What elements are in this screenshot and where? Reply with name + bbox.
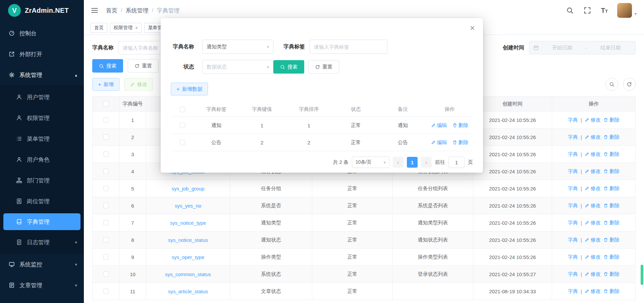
dict-data-link[interactable]: 字典	[568, 134, 578, 140]
dialog-reset-button[interactable]: 重置	[308, 60, 339, 74]
add-data-button[interactable]: + 新增数据	[171, 83, 208, 95]
edit-link[interactable]: 修改	[585, 117, 601, 123]
dict-data-link[interactable]: 字典	[568, 117, 578, 123]
edit-link[interactable]: 修改	[585, 220, 601, 226]
tab-permission[interactable]: 权限管理 ×	[110, 23, 142, 33]
next-page-button[interactable]: ›	[421, 157, 432, 168]
tab-home[interactable]: 首页	[91, 23, 107, 33]
sidebar-item-role[interactable]: 用户角色	[0, 149, 84, 170]
delete-link[interactable]: 删除	[603, 203, 620, 209]
sidebar-item-menu[interactable]: 菜单管理	[0, 128, 84, 149]
row-checkbox[interactable]	[103, 203, 109, 208]
dict-name-select[interactable]: 通知类型 ▾	[202, 40, 273, 54]
row-checkbox[interactable]	[103, 237, 109, 243]
row-checkbox[interactable]	[103, 289, 109, 294]
dict-data-link[interactable]: 字典	[568, 237, 578, 243]
avatar[interactable]	[617, 3, 632, 18]
fullscreen-icon[interactable]	[584, 7, 591, 14]
edit-link[interactable]: 修改	[585, 168, 601, 175]
delete-link[interactable]: 删除	[603, 254, 620, 260]
prev-page-button[interactable]: ‹	[393, 157, 404, 168]
delete-link[interactable]: 删除	[603, 168, 620, 175]
edit-button[interactable]: 修改	[124, 78, 153, 91]
edit-link[interactable]: 修改	[585, 151, 601, 158]
refresh-table-button[interactable]	[623, 78, 636, 91]
delete-link[interactable]: 删除	[603, 237, 620, 243]
delete-link[interactable]: 删除	[603, 271, 620, 277]
hamburger-icon[interactable]	[91, 6, 99, 14]
reset-button[interactable]: 重置	[128, 59, 159, 73]
delete-link[interactable]: 删除	[603, 134, 620, 140]
sidebar-item-post[interactable]: 岗位管理	[0, 191, 84, 212]
dict-data-link[interactable]: 字典	[568, 288, 578, 295]
goto-page-input[interactable]	[448, 157, 465, 168]
dict-data-link[interactable]: 字典	[568, 220, 578, 226]
sidebar-item-users[interactable]: 用户管理	[0, 87, 84, 107]
dict-name-link[interactable]: sys_notice_status	[168, 237, 208, 243]
sidebar-item-log[interactable]: 日志管理 ▾	[0, 232, 84, 253]
sidebar-item-dict[interactable]: 字典管理	[3, 213, 80, 230]
dict-label-input[interactable]	[310, 40, 387, 54]
edit-link[interactable]: 修改	[585, 271, 601, 277]
close-icon[interactable]: ×	[470, 24, 475, 32]
dict-name-link[interactable]: sys_notice_type	[170, 220, 206, 226]
search-button[interactable]: 搜索	[92, 59, 123, 73]
dict-data-link[interactable]: 字典	[568, 203, 578, 209]
delete-link[interactable]: 删除	[603, 185, 620, 192]
dict-data-link[interactable]: 字典	[568, 151, 578, 158]
edit-link[interactable]: 修改	[585, 203, 601, 209]
edit-link[interactable]: 编辑	[431, 122, 447, 129]
search-icon[interactable]	[566, 7, 574, 14]
row-checkbox[interactable]	[103, 152, 109, 157]
sidebar-item-article[interactable]: 文章管理 ▾	[0, 275, 84, 296]
sidebar-item-system[interactable]: 系统管理 ▴	[0, 64, 84, 85]
select-all-checkbox[interactable]	[103, 101, 109, 106]
select-all-checkbox[interactable]	[180, 107, 185, 112]
row-checkbox[interactable]	[103, 169, 109, 174]
delete-link[interactable]: 删除	[603, 151, 620, 158]
edit-link[interactable]: 修改	[585, 134, 601, 140]
edit-link[interactable]: 修改	[585, 288, 601, 295]
sidebar-item-external[interactable]: 外部打开	[0, 44, 84, 64]
dialog-search-button[interactable]: 搜索	[273, 60, 304, 74]
sidebar-item-monitor[interactable]: 系统监控 ▾	[0, 254, 84, 275]
date-range-picker[interactable]: 开始日期 - 结束日期	[529, 41, 636, 54]
dict-name-link[interactable]: sys_job_group	[172, 186, 205, 191]
dict-data-link[interactable]: 字典	[568, 168, 578, 175]
chevron-down-icon[interactable]: ▾	[635, 11, 637, 16]
delete-link[interactable]: 删除	[603, 117, 620, 123]
delete-link[interactable]: 删除	[603, 288, 620, 295]
toggle-search-button[interactable]	[605, 78, 618, 91]
delete-link[interactable]: 删除	[452, 139, 469, 146]
breadcrumb-home[interactable]: 首页	[106, 7, 117, 14]
page-number-button[interactable]: 1	[407, 157, 418, 168]
scrollbar-thumb[interactable]	[641, 265, 643, 285]
sidebar-item-permission[interactable]: 权限管理	[0, 107, 84, 128]
font-size-icon[interactable]: TT	[601, 7, 608, 14]
row-checkbox[interactable]	[103, 117, 109, 123]
dict-name-link[interactable]: sys_yes_no	[175, 203, 201, 209]
close-icon[interactable]: ×	[135, 25, 138, 31]
row-checkbox[interactable]	[103, 254, 109, 260]
row-checkbox[interactable]	[103, 220, 109, 225]
dict-data-link[interactable]: 字典	[568, 271, 578, 277]
dict-data-link[interactable]: 字典	[568, 185, 578, 192]
dict-data-link[interactable]: 字典	[568, 254, 578, 260]
row-checkbox[interactable]	[180, 140, 185, 145]
edit-link[interactable]: 修改	[585, 185, 601, 192]
dict-name-link[interactable]: sys_article_status	[168, 289, 208, 294]
delete-link[interactable]: 删除	[603, 220, 620, 226]
dict-name-link[interactable]: sys_oper_type	[172, 254, 205, 260]
sidebar-item-dashboard[interactable]: 控制台	[0, 23, 84, 44]
edit-link[interactable]: 编辑	[431, 139, 447, 146]
status-select[interactable]: 数据状态 ▾	[202, 60, 273, 74]
edit-link[interactable]: 修改	[585, 237, 601, 243]
row-checkbox[interactable]	[103, 271, 109, 277]
add-button[interactable]: + 新增	[92, 78, 119, 91]
edit-link[interactable]: 修改	[585, 254, 601, 260]
sidebar-item-dept[interactable]: 部门管理	[0, 170, 84, 191]
row-checkbox[interactable]	[103, 186, 109, 191]
app-logo[interactable]: V ZrAdmin.NET	[0, 0, 84, 21]
breadcrumb-parent[interactable]: 系统管理	[126, 7, 149, 14]
delete-link[interactable]: 删除	[452, 122, 469, 129]
